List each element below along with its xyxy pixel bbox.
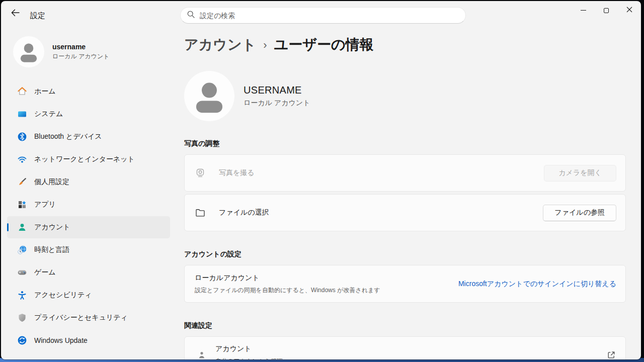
- search-icon: [187, 10, 195, 21]
- sidebar-user-chip[interactable]: username ローカル アカウント: [8, 32, 169, 71]
- page-title: ユーザーの情報: [274, 35, 374, 54]
- caption-controls: [572, 1, 641, 20]
- accounts-icon: [17, 222, 27, 232]
- network-icon: [17, 154, 27, 164]
- sidebar-item-system[interactable]: システム: [7, 103, 170, 125]
- system-icon: [17, 109, 27, 119]
- breadcrumb-parent[interactable]: アカウント: [184, 35, 256, 54]
- accessibility-icon: [17, 290, 27, 300]
- local-account-title: ローカルアカウント: [195, 274, 380, 283]
- local-account-description: 設定とファイルの同期を自動的にすると、Windows が改善されます: [195, 286, 380, 295]
- titlebar: 設定: [1, 1, 641, 26]
- sidebar-item-accessibility[interactable]: アクセシビリティ: [7, 284, 170, 306]
- local-account-row: ローカルアカウント 設定とファイルの同期を自動的にすると、Windows が改善…: [184, 265, 626, 303]
- sidebar-item-accounts[interactable]: アカウント: [7, 216, 170, 238]
- profile-account-type: ローカル アカウント: [244, 99, 310, 108]
- sidebar-item-privacy-security[interactable]: プライバシーとセキュリティ: [7, 307, 170, 329]
- profile-header: USERNAME ローカル アカウント: [184, 71, 626, 121]
- sidebar-item-network-internet[interactable]: ネットワークとインターネット: [7, 148, 170, 170]
- user-avatar: [13, 36, 44, 67]
- chevron-right-icon: ›: [263, 38, 267, 52]
- related-account-description: 自分のアカウントを管理: [215, 357, 283, 359]
- section-title-account-settings: アカウントの設定: [184, 250, 626, 259]
- sidebar: username ローカル アカウント ホーム システム: [1, 26, 176, 359]
- profile-name: USERNAME: [244, 84, 310, 96]
- home-icon: [17, 86, 27, 97]
- sidebar-item-apps[interactable]: アプリ: [7, 194, 170, 216]
- back-arrow-icon: [11, 9, 20, 18]
- breadcrumb: アカウント › ユーザーの情報: [184, 35, 626, 54]
- selected-indicator: [7, 223, 9, 231]
- sidebar-item-time-language[interactable]: 時刻と言語: [7, 239, 170, 261]
- close-button[interactable]: [618, 1, 641, 20]
- gaming-icon: [17, 267, 27, 278]
- sidebar-item-personalization[interactable]: 個人用設定: [7, 171, 170, 193]
- sidebar-item-bluetooth-devices[interactable]: Bluetooth とデバイス: [7, 126, 170, 148]
- camera-icon: [195, 167, 206, 178]
- maximize-button[interactable]: [595, 1, 618, 20]
- folder-icon: [195, 207, 206, 218]
- related-account-row[interactable]: アカウント 自分のアカウントを管理: [184, 336, 626, 359]
- windows-update-icon: [17, 335, 27, 345]
- section-title-related: 関連設定: [184, 321, 626, 330]
- sidebar-item-gaming[interactable]: ゲーム: [7, 261, 170, 284]
- switch-to-microsoft-account-link[interactable]: Microsoftアカウントでのサインインに切り替える: [458, 280, 616, 289]
- bluetooth-icon: [17, 132, 27, 142]
- take-photo-label: 写真を撮る: [219, 168, 255, 177]
- related-account-title: アカウント: [215, 344, 283, 353]
- sidebar-user-type: ローカル アカウント: [52, 52, 110, 61]
- external-link-icon[interactable]: [606, 350, 616, 359]
- browse-files-button[interactable]: ファイルの参照: [543, 205, 616, 221]
- privacy-icon: [17, 313, 27, 323]
- main-content: アカウント › ユーザーの情報 USERNAME ローカル アカウント 写真の調…: [176, 26, 641, 359]
- profile-avatar: [184, 71, 234, 121]
- minimize-icon: [581, 10, 586, 11]
- back-button[interactable]: [6, 6, 24, 21]
- search-box[interactable]: [180, 7, 466, 24]
- sidebar-nav: ホーム システム Bluetooth とデバイス ネットワークとインターネット: [1, 80, 176, 351]
- personalization-icon: [17, 177, 27, 187]
- take-photo-row: 写真を撮る カメラを開く: [184, 154, 626, 192]
- open-camera-button[interactable]: カメラを開く: [544, 165, 616, 182]
- choose-file-label: ファイルの選択: [219, 208, 269, 217]
- person-icon: [197, 350, 207, 359]
- choose-file-row: ファイルの選択 ファイルの参照: [184, 194, 626, 231]
- close-icon: [626, 7, 632, 14]
- apps-icon: [17, 200, 27, 210]
- section-title-photo: 写真の調整: [184, 139, 626, 148]
- search-input[interactable]: [200, 12, 459, 20]
- sidebar-user-name: username: [52, 43, 110, 51]
- minimize-button[interactable]: [572, 1, 595, 20]
- sidebar-item-home[interactable]: ホーム: [7, 80, 170, 103]
- sidebar-item-windows-update[interactable]: Windows Update: [7, 329, 170, 351]
- settings-window: 設定 username: [1, 1, 641, 359]
- maximize-icon: [604, 8, 609, 13]
- app-title: 設定: [30, 11, 45, 21]
- time-language-icon: [17, 245, 27, 255]
